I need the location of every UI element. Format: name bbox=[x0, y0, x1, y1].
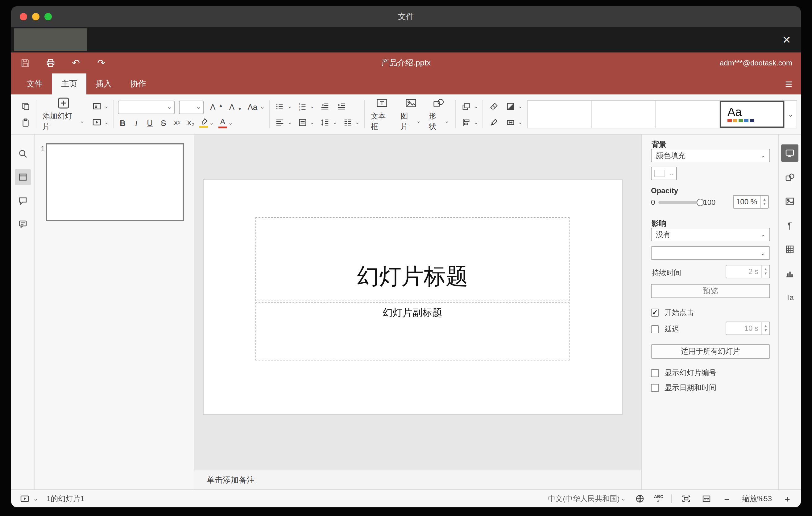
theme-option-selected[interactable]: Aa bbox=[720, 101, 784, 128]
bullets-button[interactable]: ⌄ bbox=[274, 100, 292, 112]
bold-button[interactable]: B bbox=[118, 119, 127, 127]
increase-font-button[interactable]: A▲ bbox=[208, 103, 223, 111]
start-on-click-checkbox[interactable]: ✓ bbox=[651, 309, 659, 317]
hamburger-menu-icon[interactable]: ≡ bbox=[785, 74, 792, 94]
horizontal-align-button[interactable]: ⌄ bbox=[274, 116, 292, 128]
italic-button[interactable]: I bbox=[132, 119, 141, 127]
effect-option-select[interactable]: ⌄ bbox=[651, 246, 770, 260]
slide-counter: 1的幻灯片1 bbox=[47, 493, 85, 504]
search-icon[interactable] bbox=[14, 146, 31, 162]
color-scheme-button[interactable]: ⌄ bbox=[504, 100, 523, 112]
font-size-combo[interactable]: ⌄ bbox=[179, 100, 204, 114]
undo-icon[interactable]: ↶ bbox=[70, 57, 82, 68]
arrange-shapes-button[interactable]: ⌄ bbox=[460, 100, 478, 112]
image-label: 图片 bbox=[401, 111, 415, 132]
font-name-combo[interactable]: ⌄ bbox=[118, 100, 175, 114]
document-language-icon[interactable] bbox=[634, 492, 646, 505]
shape-settings-icon[interactable] bbox=[781, 169, 799, 186]
increase-indent-icon[interactable] bbox=[336, 100, 348, 112]
color-swatch bbox=[654, 170, 665, 177]
paragraph-settings-icon[interactable]: ¶ bbox=[781, 217, 799, 234]
slide-settings-icon[interactable] bbox=[781, 144, 799, 162]
vertical-align-button[interactable]: ⌄ bbox=[296, 116, 315, 128]
delay-input[interactable]: 10 s ▲▼ bbox=[726, 322, 770, 335]
fill-color-swatch[interactable]: ⌄ bbox=[651, 167, 677, 180]
show-slide-number-checkbox[interactable] bbox=[651, 369, 659, 377]
paste-icon[interactable] bbox=[19, 116, 31, 128]
tab-file[interactable]: 文件 bbox=[17, 74, 52, 94]
change-case-button[interactable]: Aa⌄ bbox=[246, 103, 264, 111]
theme-option-2[interactable] bbox=[592, 101, 656, 128]
columns-button[interactable]: ⌄ bbox=[342, 116, 360, 128]
slide-layout-button[interactable]: ⌄ bbox=[91, 100, 109, 112]
start-slideshow-button[interactable]: ⌄ bbox=[91, 116, 109, 128]
chevron-down-icon: ⌄ bbox=[760, 250, 765, 256]
slides-panel-icon[interactable] bbox=[14, 169, 31, 185]
copy-icon[interactable] bbox=[19, 100, 31, 112]
spinner-arrows[interactable]: ▲▼ bbox=[760, 196, 768, 208]
slide-thumbnail[interactable] bbox=[46, 143, 184, 221]
strikethrough-button[interactable]: S bbox=[159, 119, 168, 127]
effect-select[interactable]: 没有 ⌄ bbox=[651, 228, 770, 241]
subtitle-placeholder[interactable]: 幻灯片副标题 bbox=[256, 303, 570, 361]
language-button[interactable]: 中文(中华人民共和国) ⌄ bbox=[548, 493, 626, 504]
preview-button[interactable]: 预览 bbox=[651, 284, 770, 298]
tab-home[interactable]: 主页 bbox=[52, 74, 86, 94]
textart-settings-icon[interactable]: Ta bbox=[781, 289, 799, 306]
line-spacing-button[interactable]: ⌄ bbox=[319, 116, 337, 128]
spinner-arrows[interactable]: ▲▼ bbox=[761, 322, 770, 335]
subscript-button[interactable]: X₂ bbox=[186, 119, 195, 126]
image-button[interactable]: 图片⌄ bbox=[399, 96, 423, 132]
gallery-expand-icon[interactable]: ⌄ bbox=[785, 100, 797, 128]
decrease-indent-icon[interactable] bbox=[319, 100, 331, 112]
copy-style-icon[interactable] bbox=[488, 116, 500, 128]
opacity-slider-knob[interactable] bbox=[696, 199, 704, 206]
comments-icon[interactable] bbox=[14, 193, 31, 209]
apply-to-all-button[interactable]: 适用于所有幻灯片 bbox=[651, 344, 770, 359]
image-settings-icon[interactable] bbox=[781, 193, 799, 210]
fit-slide-icon[interactable] bbox=[680, 492, 692, 505]
title-placeholder[interactable]: 幻灯片标题 bbox=[256, 217, 570, 301]
tab-insert[interactable]: 插入 bbox=[86, 74, 121, 94]
clear-style-icon[interactable] bbox=[488, 100, 500, 112]
maximize-traffic-light[interactable] bbox=[45, 13, 52, 20]
opacity-input[interactable]: 100 % ▲▼ bbox=[733, 195, 769, 209]
theme-option-1[interactable] bbox=[527, 101, 592, 128]
delay-checkbox[interactable] bbox=[651, 325, 659, 333]
feedback-icon[interactable] bbox=[14, 216, 31, 232]
fit-width-icon[interactable] bbox=[700, 492, 713, 505]
numbering-button[interactable]: 123 ⌄ bbox=[296, 100, 315, 112]
align-shapes-button[interactable]: ⌄ bbox=[460, 116, 478, 128]
table-settings-icon[interactable] bbox=[781, 241, 799, 258]
print-icon[interactable] bbox=[45, 57, 56, 68]
zoom-out-icon[interactable]: − bbox=[721, 492, 733, 505]
chart-settings-icon[interactable] bbox=[781, 265, 799, 282]
close-icon[interactable]: ✕ bbox=[782, 34, 791, 45]
minimize-traffic-light[interactable] bbox=[32, 13, 39, 20]
spinner-arrows[interactable]: ▲▼ bbox=[761, 265, 770, 278]
redo-icon[interactable]: ↷ bbox=[96, 57, 107, 68]
close-traffic-light[interactable] bbox=[20, 13, 27, 20]
select-tool-button[interactable]: ⌄ bbox=[504, 116, 523, 128]
fill-type-select[interactable]: 颜色填充 ⌄ bbox=[651, 149, 770, 162]
chevron-down-icon[interactable]: ⌄ bbox=[33, 496, 38, 501]
zoom-in-icon[interactable]: + bbox=[781, 492, 793, 505]
textbox-button[interactable]: 文本框 bbox=[369, 96, 395, 132]
font-color-button[interactable]: A ⌄ bbox=[219, 118, 233, 128]
duration-input[interactable]: 2 s ▲▼ bbox=[726, 265, 770, 278]
theme-option-3[interactable] bbox=[656, 101, 720, 128]
start-slideshow-status-icon[interactable] bbox=[19, 492, 31, 505]
chevron-down-icon: ⌄ bbox=[518, 104, 523, 109]
save-icon[interactable] bbox=[20, 57, 31, 68]
opacity-slider[interactable] bbox=[658, 201, 700, 204]
show-date-time-checkbox[interactable] bbox=[651, 384, 659, 392]
highlight-color-button[interactable]: ⌄ bbox=[200, 118, 214, 128]
underline-button[interactable]: U bbox=[145, 119, 154, 127]
shape-button[interactable]: 形状⌄ bbox=[427, 96, 451, 132]
add-slide-button[interactable]: 添加幻灯片⌄ bbox=[41, 96, 86, 132]
spellcheck-icon[interactable]: ABC ✓ bbox=[654, 494, 663, 503]
decrease-font-button[interactable]: A▼ bbox=[227, 103, 242, 111]
notes-area[interactable]: 单击添加备注 bbox=[194, 470, 641, 489]
tab-collaboration[interactable]: 协作 bbox=[121, 74, 155, 94]
superscript-button[interactable]: X² bbox=[172, 119, 182, 126]
